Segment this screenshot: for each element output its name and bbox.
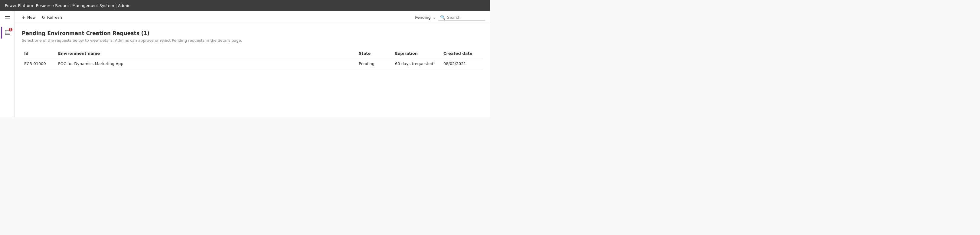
refresh-button-label: Refresh xyxy=(47,15,62,20)
cell-created_date-0: 08/02/2021 xyxy=(444,59,483,69)
inbox-icon-box: 1 xyxy=(4,29,11,36)
app-title: Power Platform Resource Request Manageme… xyxy=(5,3,130,8)
col-header-env-name: Environment name xyxy=(58,49,359,59)
chevron-down-icon: ⌄ xyxy=(433,15,436,20)
plus-icon: + xyxy=(22,15,25,20)
main-layout: 1 + New ↻ Refresh Pending ⌄ xyxy=(0,11,490,118)
sidebar-item-requests[interactable]: 1 xyxy=(1,27,13,39)
search-box[interactable]: 🔍 xyxy=(438,14,485,21)
col-header-state: State xyxy=(359,49,395,59)
requests-table: Id Environment name State Expiration Cre xyxy=(22,49,483,69)
page-title: Pending Environment Creation Requests (1… xyxy=(22,30,483,36)
cell-id-0: ECR-01000 xyxy=(22,59,58,69)
col-header-id: Id xyxy=(22,49,58,59)
cell-environment_name-0: POC for Dynamics Marketing App xyxy=(58,59,359,69)
table-row[interactable]: ECR-01000POC for Dynamics Marketing AppP… xyxy=(22,59,483,69)
cell-state-0: Pending xyxy=(359,59,395,69)
filter-dropdown[interactable]: Pending ⌄ xyxy=(415,15,436,20)
search-icon: 🔍 xyxy=(440,15,445,20)
toolbar: + New ↻ Refresh Pending ⌄ 🔍 xyxy=(14,11,490,24)
page-subtitle: Select one of the requests below to view… xyxy=(22,38,483,43)
toolbar-right: Pending ⌄ 🔍 xyxy=(415,14,485,21)
col-header-expiration: Expiration xyxy=(395,49,444,59)
hamburger-menu[interactable] xyxy=(2,13,12,23)
refresh-button[interactable]: ↻ Refresh xyxy=(39,14,64,21)
hamburger-line-2 xyxy=(5,18,10,19)
nav-badge: 1 xyxy=(9,28,13,32)
table-header-row: Id Environment name State Expiration Cre xyxy=(22,49,483,59)
top-bar: Power Platform Resource Request Manageme… xyxy=(0,0,490,11)
col-header-created-date: Created date xyxy=(444,49,483,59)
search-input[interactable] xyxy=(447,15,484,20)
new-button[interactable]: + New xyxy=(19,14,38,21)
sidebar: 1 xyxy=(0,11,14,118)
hamburger-line-1 xyxy=(5,16,10,17)
content-area: + New ↻ Refresh Pending ⌄ 🔍 xyxy=(14,11,490,118)
page-content: Pending Environment Creation Requests (1… xyxy=(14,24,490,118)
refresh-icon: ↻ xyxy=(42,15,45,20)
filter-value: Pending xyxy=(415,15,431,20)
new-button-label: New xyxy=(27,15,36,20)
cell-expiration-0: 60 days (requested) xyxy=(395,59,444,69)
toolbar-left: + New ↻ Refresh xyxy=(19,14,412,21)
hamburger-line-3 xyxy=(5,20,10,20)
